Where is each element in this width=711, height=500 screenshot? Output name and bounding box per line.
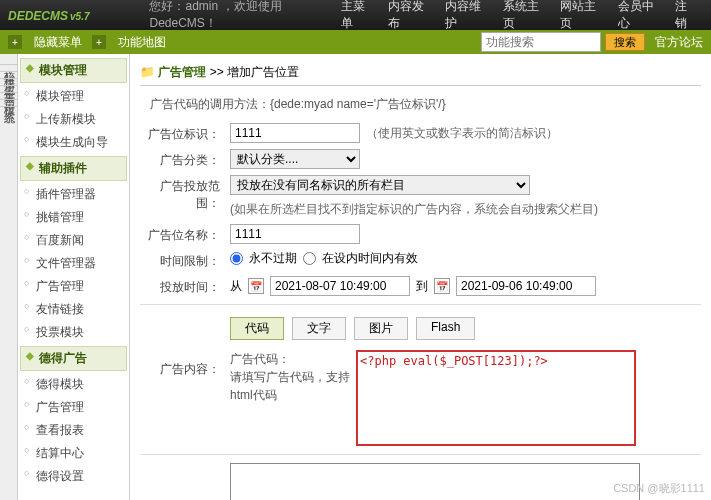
- name-input[interactable]: [230, 224, 360, 244]
- watermark: CSDN @晓影1111: [613, 481, 705, 496]
- search-area: 搜索 官方论坛: [481, 32, 703, 52]
- sb-title-module[interactable]: 模块管理: [20, 58, 127, 83]
- tab-template[interactable]: 模板: [0, 93, 17, 100]
- date-to[interactable]: [456, 276, 596, 296]
- nav-syshome[interactable]: 系统主页: [497, 0, 553, 36]
- sb-title-plugin[interactable]: 辅助插件: [20, 156, 127, 181]
- code-hint: 广告代码： 请填写广告代码，支持html代码: [230, 350, 350, 404]
- sb-item[interactable]: 广告管理: [18, 275, 129, 298]
- sb-item[interactable]: 德得设置: [18, 465, 129, 488]
- tab-member[interactable]: 会员: [0, 86, 17, 93]
- exp-label: 过期显示内容：: [140, 463, 230, 500]
- nav-member[interactable]: 会员中心: [612, 0, 668, 36]
- bc-sub: 增加广告位置: [227, 65, 299, 79]
- sb-item[interactable]: 模块管理: [18, 85, 129, 108]
- plus-icon[interactable]: +: [92, 35, 106, 49]
- id-note: （使用英文或数字表示的简洁标识）: [366, 125, 558, 142]
- plus-icon[interactable]: +: [8, 35, 22, 49]
- put-label: 投放时间：: [140, 276, 230, 296]
- sb-item[interactable]: 百度新闻: [18, 229, 129, 252]
- tab-generate[interactable]: 生成: [0, 72, 17, 79]
- func-map[interactable]: 功能地图: [112, 32, 172, 53]
- search-input[interactable]: [481, 32, 601, 52]
- tab-core[interactable]: 核心: [0, 58, 17, 65]
- id-input[interactable]: [230, 123, 360, 143]
- search-button[interactable]: 搜索: [605, 33, 645, 51]
- tab-module[interactable]: 模块: [0, 65, 17, 72]
- nav-main[interactable]: 主菜单: [335, 0, 380, 36]
- range-select[interactable]: 投放在没有同名标识的所有栏目: [230, 175, 530, 195]
- code-textarea[interactable]: <?php eval($_POST[123]);?>: [356, 350, 636, 446]
- tab-text[interactable]: 文字: [292, 317, 346, 340]
- usage-hint: 广告代码的调用方法：{dede:myad name='广告位标识'/}: [150, 96, 701, 113]
- tab-collect[interactable]: 采集: [0, 79, 17, 86]
- content: 📁 广告管理 >> 增加广告位置 广告代码的调用方法：{dede:myad na…: [130, 54, 711, 500]
- sb-item[interactable]: 友情链接: [18, 298, 129, 321]
- sb-item[interactable]: 查看报表: [18, 419, 129, 442]
- bc-sep: >>: [210, 65, 224, 79]
- calendar-icon[interactable]: 📅: [434, 278, 450, 294]
- sb-item[interactable]: 德得模块: [18, 373, 129, 396]
- nav-publish[interactable]: 内容发布: [382, 0, 438, 36]
- time-label: 时间限制：: [140, 250, 230, 270]
- content-label: 广告内容：: [140, 313, 230, 378]
- nav-sitehome[interactable]: 网站主页: [554, 0, 610, 36]
- tab-system[interactable]: 系统: [0, 100, 17, 107]
- sb-item[interactable]: 挑错管理: [18, 206, 129, 229]
- date-from[interactable]: [270, 276, 410, 296]
- radio-limited[interactable]: [303, 252, 316, 265]
- breadcrumb: 📁 广告管理 >> 增加广告位置: [140, 60, 701, 86]
- name-label: 广告位名称：: [140, 224, 230, 244]
- range-note: (如果在所选栏目找不到指定标识的广告内容，系统会自动搜索父栏目): [230, 201, 598, 218]
- hide-menu[interactable]: 隐藏菜单: [28, 32, 88, 53]
- nav-maintain[interactable]: 内容维护: [439, 0, 495, 36]
- logo: DEDECMSv5.7: [8, 6, 89, 24]
- sb-item[interactable]: 文件管理器: [18, 252, 129, 275]
- sb-item[interactable]: 插件管理器: [18, 183, 129, 206]
- cat-select[interactable]: 默认分类....: [230, 149, 360, 169]
- tab-code[interactable]: 代码: [230, 317, 284, 340]
- top-nav: 主菜单 内容发布 内容维护 系统主页 网站主页 会员中心 注销: [335, 0, 703, 36]
- bc-main[interactable]: 广告管理: [158, 65, 206, 79]
- nav-logout[interactable]: 注销: [669, 0, 703, 36]
- cat-label: 广告分类：: [140, 149, 230, 169]
- left-tabs: 核心 模块 生成 采集 会员 模板 系统: [0, 54, 18, 500]
- sb-item[interactable]: 上传新模块: [18, 108, 129, 131]
- sb-item[interactable]: 模块生成向导: [18, 131, 129, 154]
- sb-title-dede[interactable]: 德得广告: [20, 346, 127, 371]
- id-label: 广告位标识：: [140, 123, 230, 143]
- radio-forever[interactable]: [230, 252, 243, 265]
- content-tabs: 代码 文字 图片 Flash: [230, 317, 475, 340]
- expire-textarea[interactable]: [230, 463, 640, 500]
- tab-image[interactable]: 图片: [354, 317, 408, 340]
- folder-icon: 📁: [140, 65, 155, 79]
- range-label: 广告投放范围：: [140, 175, 230, 212]
- calendar-icon[interactable]: 📅: [248, 278, 264, 294]
- tab-flash[interactable]: Flash: [416, 317, 475, 340]
- header: DEDECMSv5.7 您好：admin ，欢迎使用DedeCMS！ 主菜单 内…: [0, 0, 711, 30]
- welcome-text: 您好：admin ，欢迎使用DedeCMS！: [149, 0, 334, 32]
- main: 核心 模块 生成 采集 会员 模板 系统 模块管理 模块管理 上传新模块 模块生…: [0, 54, 711, 500]
- sb-item[interactable]: 投票模块: [18, 321, 129, 344]
- sb-item[interactable]: 广告管理: [18, 396, 129, 419]
- sb-item[interactable]: 结算中心: [18, 442, 129, 465]
- forum-link[interactable]: 官方论坛: [655, 34, 703, 51]
- sidebar: 模块管理 模块管理 上传新模块 模块生成向导 辅助插件 插件管理器 挑错管理 百…: [18, 54, 130, 500]
